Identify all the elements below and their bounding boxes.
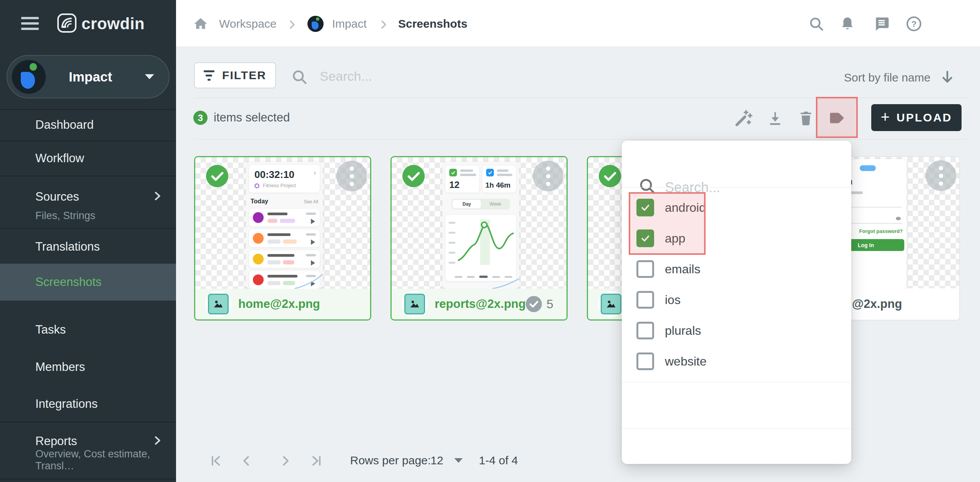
project-avatar-icon [12,60,46,94]
upload-button[interactable]: + UPLOAD [871,104,962,131]
chevron-right-icon [152,191,162,203]
sidebar-item-sources[interactable]: Sources Files, Strings [0,176,176,228]
checkbox-checked-icon[interactable] [636,199,654,216]
filter-icon [204,70,214,81]
breadcrumb-workspace[interactable]: Workspace [219,17,277,30]
thumb-section-text: Today [251,198,268,205]
divider [622,187,851,188]
crowdin-logo-text: crowdin [81,15,145,33]
label-option-app[interactable]: app [636,226,836,251]
selected-count-badge: 3 [193,111,208,125]
card-menu-button[interactable] [925,160,956,191]
label-option-plurals[interactable]: plurals [636,318,836,343]
filter-button[interactable]: FILTER [194,62,276,88]
next-page-icon[interactable] [277,453,294,469]
thumb-day-week-toggle: Day Week [452,199,510,209]
label-option-text: plurals [665,324,701,338]
checkbox-unchecked-icon[interactable] [636,260,654,278]
breadcrumb-project-icon [307,16,324,32]
selected-check-badge[interactable] [206,165,228,187]
card-filename[interactable]: home@2x.png [238,297,320,311]
label-option-text: ios [665,293,681,307]
label-option-emails[interactable]: emails [636,257,836,281]
divider [194,139,968,140]
checkbox-checked-icon[interactable] [636,229,654,247]
card-menu-button[interactable] [533,161,563,191]
divider [622,382,851,382]
pagination-range: 1-4 of 4 [479,454,518,467]
tagged-strings-badge: 5 [526,296,553,312]
search-icon[interactable] [807,15,826,33]
checkbox-unchecked-icon[interactable] [636,322,654,339]
sidebar-item-workflow[interactable]: Workflow [0,141,176,176]
chevron-right-icon [152,435,162,447]
sort-control[interactable]: Sort by file name [844,69,954,86]
previous-page-icon[interactable] [238,453,254,469]
image-file-icon [402,291,428,317]
crowdin-logo-icon [57,13,77,35]
home-icon[interactable] [191,15,210,33]
selected-check-badge[interactable] [599,165,621,187]
first-page-icon[interactable] [208,453,224,469]
checkbox-unchecked-icon[interactable] [636,352,654,370]
thumb-timer-text: 00:32:10 [254,169,294,181]
sidebar-item-reports[interactable]: Reports Overview, Cost estimate, Transl… [0,422,176,479]
auto-tag-wand-icon[interactable] [734,108,753,128]
project-switcher[interactable]: Impact [7,55,169,98]
breadcrumb-project[interactable]: Impact [332,17,367,30]
card-footer: reports@2x.png 5 [392,289,566,319]
notifications-bell-icon[interactable] [838,15,857,33]
label-option-text: app [665,231,685,246]
sidebar-item-integrations[interactable]: Integrations [0,374,176,422]
sidebar-item-tasks[interactable]: Tasks [0,301,176,337]
tagged-strings-count: 5 [546,297,553,311]
help-icon[interactable]: ? [905,15,923,33]
card-footer: home@2x.png [195,289,370,319]
crowdin-logo[interactable]: crowdin [57,14,145,34]
divider [622,429,851,429]
label-search-input[interactable] [665,178,838,198]
rows-per-page-caret-icon[interactable] [454,458,463,463]
card-filename[interactable]: reports@2x.png [435,297,526,311]
screenshot-card-home[interactable]: 00:32:10 › Fitness Project Today See All [194,156,371,321]
label-option-website[interactable]: website [636,349,836,374]
search-icon [638,177,656,197]
sidebar-item-members[interactable]: Members [0,337,176,374]
selected-check-badge[interactable] [402,165,425,187]
rows-per-page-value[interactable]: 12 [430,454,443,467]
label-option-android[interactable]: android [636,195,836,220]
card-filename[interactable]: @2x.png [852,297,902,311]
last-page-icon[interactable] [309,453,325,469]
label-option-ios[interactable]: ios [636,288,836,312]
rows-per-page-label: Rows per page: [350,454,431,467]
screenshot-card-reports[interactable]: 12 1h 46m Day Week [390,156,568,321]
selected-count-label: items selected [214,111,290,125]
chevron-down-icon [145,74,154,79]
project-name: Impact [69,69,145,85]
sidebar-item-translations[interactable]: Translations [0,228,176,264]
hamburger-menu-icon[interactable] [21,17,39,31]
topbar: Workspace Impact Screenshots ? [176,0,980,47]
download-icon[interactable] [766,108,785,128]
card-menu-button[interactable] [336,161,367,191]
sidebar-item-screenshots[interactable]: Screenshots [0,264,176,301]
thumb-stat-duration: 1h 46m [485,181,510,189]
checkbox-unchecked-icon[interactable] [636,291,654,309]
trash-icon[interactable] [796,108,816,128]
messages-icon[interactable] [872,15,891,33]
divider [0,479,176,479]
sidebar-item-label: Translations [35,240,100,254]
sidebar-item-label: Members [35,360,85,374]
label-tag-icon[interactable] [827,108,846,128]
divider [194,98,968,98]
sidebar-item-label: Tasks [35,323,66,337]
search-input[interactable] [320,67,589,85]
crowdin-screenshots-page: crowdin Impact Dashboard Workflow Source… [0,0,980,482]
sidebar-item-label: Reports [35,434,77,448]
thumb-project-text: Fitness Project [263,183,296,188]
svg-text:?: ? [911,19,917,29]
label-option-text: website [665,354,707,369]
sidebar-item-subtitle: Files, Strings [35,210,95,222]
search-icon [291,68,308,87]
sidebar-item-dashboard[interactable]: Dashboard [0,109,176,141]
